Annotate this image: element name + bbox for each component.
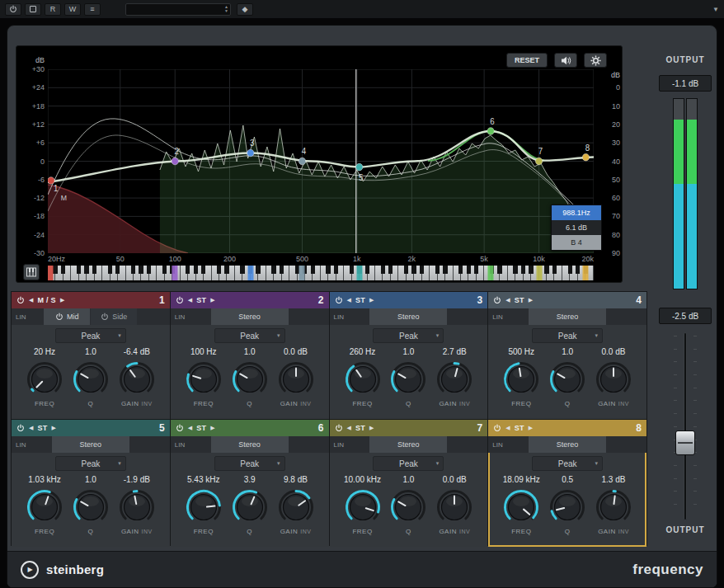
stereo-tab[interactable]: Stereo <box>52 436 129 453</box>
mid-tab[interactable]: Mid <box>44 308 90 325</box>
output-fader[interactable] <box>673 332 698 520</box>
freq-knob[interactable] <box>344 488 382 526</box>
next-filter-arrow-icon[interactable]: ▶ <box>210 425 214 431</box>
gain-knob[interactable] <box>435 488 473 526</box>
black-key[interactable] <box>162 266 167 274</box>
black-key[interactable] <box>404 266 408 274</box>
band-handle-2[interactable] <box>172 158 178 165</box>
black-key[interactable] <box>411 266 416 274</box>
freq-knob[interactable] <box>185 360 223 398</box>
band-handle-4[interactable] <box>299 158 305 165</box>
band-strip-1[interactable]: ◀ M / S ▶ 1 LIN Mid Side Peak▾ <box>12 292 170 419</box>
stereo-tab[interactable]: Stereo <box>369 308 447 325</box>
band-mode-label[interactable]: ST <box>515 296 524 304</box>
preset-spinner[interactable]: ▲▼ <box>224 4 228 15</box>
linear-phase-button[interactable]: LIN <box>330 308 351 325</box>
black-key[interactable] <box>513 266 517 274</box>
settings-button[interactable] <box>584 53 607 68</box>
black-key[interactable] <box>240 266 244 274</box>
black-key[interactable] <box>552 266 557 274</box>
functions-menu-button[interactable]: ≡ <box>84 3 101 16</box>
linear-phase-button[interactable]: LIN <box>12 308 33 325</box>
prev-filter-arrow-icon[interactable]: ◀ <box>188 425 192 431</box>
freq-knob[interactable] <box>26 488 63 526</box>
band-power-icon[interactable] <box>335 296 343 304</box>
black-key[interactable] <box>467 266 471 274</box>
band-strip-2[interactable]: ◀ ST ▶ 2 LIN Stereo Peak▾ 100 Hz <box>171 292 329 419</box>
gain-knob[interactable] <box>118 488 156 526</box>
black-key[interactable] <box>350 266 354 274</box>
black-key[interactable] <box>474 266 478 274</box>
invert-phase-toggle[interactable]: INV <box>618 401 629 407</box>
band-power-icon[interactable] <box>176 424 184 432</box>
freq-knob[interactable] <box>502 360 540 398</box>
black-key[interactable] <box>576 266 580 274</box>
black-key[interactable] <box>84 266 88 274</box>
invert-phase-toggle[interactable]: INV <box>141 401 152 407</box>
black-key[interactable] <box>521 266 525 274</box>
prev-filter-arrow-icon[interactable]: ◀ <box>347 297 351 303</box>
band-mode-label[interactable]: M / S <box>37 296 56 304</box>
keyboard-strip[interactable] <box>48 266 594 280</box>
activate-plugin-button[interactable] <box>5 3 21 16</box>
black-key[interactable] <box>186 266 190 274</box>
filter-type-dropdown[interactable]: Peak▾ <box>55 328 126 343</box>
stereo-tab[interactable]: Stereo <box>369 436 447 453</box>
q-knob[interactable] <box>72 360 110 398</box>
prev-filter-arrow-icon[interactable]: ◀ <box>188 297 192 303</box>
prev-filter-arrow-icon[interactable]: ◀ <box>347 425 351 431</box>
black-key[interactable] <box>529 266 533 274</box>
band-mode-label[interactable]: ST <box>196 296 206 304</box>
next-filter-arrow-icon[interactable]: ▶ <box>529 297 533 303</box>
gain-knob[interactable] <box>595 360 632 398</box>
invert-phase-toggle[interactable]: INV <box>300 529 311 534</box>
band-mode-label[interactable]: ST <box>515 424 524 432</box>
side-tab[interactable]: Side <box>91 308 137 325</box>
black-key[interactable] <box>334 266 338 274</box>
linear-phase-button[interactable]: LIN <box>12 436 33 453</box>
linear-phase-button[interactable]: LIN <box>171 436 192 453</box>
stereo-tab[interactable]: Stereo <box>529 308 606 325</box>
stereo-tab[interactable]: Stereo <box>211 436 289 453</box>
band-power-icon[interactable] <box>16 424 25 432</box>
band-handle-8[interactable] <box>582 153 589 161</box>
black-key[interactable] <box>92 266 96 274</box>
black-key[interactable] <box>381 266 385 274</box>
linear-phase-button[interactable]: LIN <box>330 436 351 453</box>
filter-type-dropdown[interactable]: Peak▾ <box>214 328 285 343</box>
prev-filter-arrow-icon[interactable]: ◀ <box>29 297 33 303</box>
next-filter-arrow-icon[interactable]: ▶ <box>529 425 533 431</box>
freq-knob[interactable] <box>502 488 540 526</box>
black-key[interactable] <box>271 266 275 274</box>
black-key[interactable] <box>194 266 198 274</box>
q-knob[interactable] <box>548 360 586 398</box>
black-key[interactable] <box>544 266 548 274</box>
eq-plot[interactable]: 12345678M <box>48 69 594 253</box>
band-handle-5[interactable] <box>356 163 363 171</box>
filter-type-dropdown[interactable]: Peak▾ <box>214 456 285 471</box>
black-key[interactable] <box>147 266 151 274</box>
black-key[interactable] <box>280 266 284 274</box>
invert-phase-toggle[interactable]: INV <box>141 529 152 534</box>
eq-display[interactable]: dB dB 12345678M RESET 988.1Hz 6.1 dB B 4 <box>16 45 623 283</box>
band-power-icon[interactable] <box>16 296 25 304</box>
band-mode-label[interactable]: ST <box>355 296 365 304</box>
black-key[interactable] <box>435 266 440 274</box>
filter-type-dropdown[interactable]: Peak▾ <box>373 328 444 343</box>
band-strip-6[interactable]: ◀ ST ▶ 6 LIN Stereo Peak▾ 5.43 kHz <box>171 420 329 547</box>
invert-phase-toggle[interactable]: INV <box>300 401 311 407</box>
next-filter-arrow-icon[interactable]: ▶ <box>369 425 374 431</box>
spinner-down-icon[interactable]: ▼ <box>224 9 228 13</box>
q-knob[interactable] <box>389 360 427 398</box>
gain-knob[interactable] <box>118 360 156 398</box>
prev-filter-arrow-icon[interactable]: ◀ <box>505 425 510 431</box>
window-menu-button[interactable]: ▼ <box>712 6 719 13</box>
filter-type-dropdown[interactable]: Peak▾ <box>55 456 126 471</box>
band-strip-7[interactable]: ◀ ST ▶ 7 LIN Stereo Peak▾ 10.00 kHz <box>330 420 488 547</box>
invert-phase-toggle[interactable]: INV <box>459 529 470 534</box>
invert-phase-toggle[interactable]: INV <box>618 529 629 534</box>
linear-phase-button[interactable]: LIN <box>488 308 510 325</box>
filter-type-dropdown[interactable]: Peak▾ <box>532 328 603 343</box>
black-key[interactable] <box>365 266 369 274</box>
next-filter-arrow-icon[interactable]: ▶ <box>210 297 214 303</box>
